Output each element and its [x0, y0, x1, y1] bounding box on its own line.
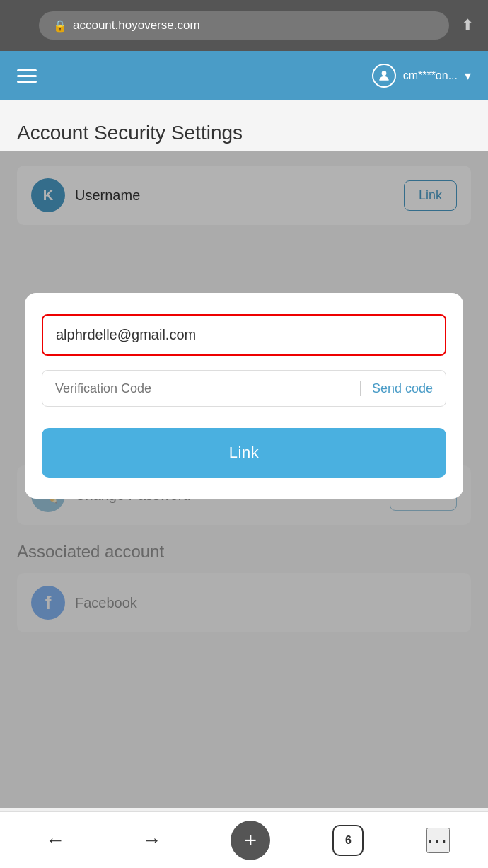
link-button[interactable]: Link	[42, 428, 446, 478]
page-title: Account Security Settings	[17, 122, 471, 144]
page-content: Account Security Settings K Username Lin…	[0, 100, 488, 808]
address-text: account.hoyoverse.com	[73, 18, 200, 33]
share-icon[interactable]: ⬆	[461, 16, 474, 35]
modal-overlay: alphrdelle@gmail.com Send code Link	[0, 151, 488, 808]
back-button[interactable]: ←	[38, 822, 72, 859]
browser-bar: 🔒 account.hoyoverse.com ⬆	[0, 0, 488, 51]
new-tab-button[interactable]: +	[231, 821, 270, 860]
lock-icon: 🔒	[53, 19, 67, 33]
verification-row[interactable]: Send code	[42, 370, 446, 407]
modal-dialog: alphrdelle@gmail.com Send code Link	[25, 293, 463, 499]
nav-chevron-icon: ▾	[465, 68, 471, 83]
nav-user-area[interactable]: cm****on... ▾	[372, 64, 471, 88]
bottom-nav: ← → + 6 ···	[0, 811, 488, 868]
user-avatar	[372, 64, 396, 88]
send-code-button[interactable]: Send code	[372, 381, 433, 396]
more-options-button[interactable]: ···	[426, 828, 450, 853]
svg-point-0	[381, 71, 386, 76]
email-input-wrapper[interactable]: alphrdelle@gmail.com	[42, 314, 446, 356]
nav-bar: cm****on... ▾	[0, 51, 488, 100]
hamburger-menu-icon[interactable]	[17, 69, 37, 83]
forward-button[interactable]: →	[134, 822, 168, 859]
divider	[360, 381, 361, 396]
nav-username: cm****on...	[403, 69, 458, 82]
tab-switcher-button[interactable]: 6	[332, 825, 364, 856]
address-bar[interactable]: 🔒 account.hoyoverse.com	[39, 11, 449, 40]
verification-code-input[interactable]	[55, 381, 349, 396]
email-input-value: alphrdelle@gmail.com	[56, 327, 196, 342]
